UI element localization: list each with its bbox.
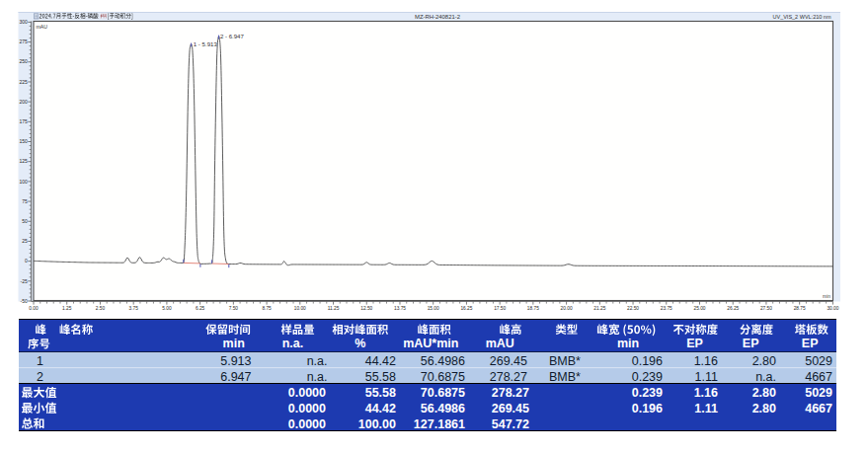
svg-text:6.25: 6.25 [196,306,205,311]
svg-text:125: 125 [19,158,28,164]
svg-text:1.11: 1.11 [694,402,718,415]
svg-text:269.45: 269.45 [490,354,527,368]
svg-text:0.0000: 0.0000 [288,402,326,415]
svg-text:%: % [355,337,365,350]
svg-text:UV_VIS_2 WVL:210 nm: UV_VIS_2 WVL:210 nm [773,14,831,20]
svg-text:21.25: 21.25 [593,306,605,311]
svg-text:547.72: 547.72 [492,417,529,431]
svg-text:8.75: 8.75 [262,306,272,311]
svg-text:2.80: 2.80 [752,402,776,415]
svg-text:n.a.: n.a. [755,370,776,384]
svg-text:0.239: 0.239 [632,386,663,400]
svg-text:min: min [823,294,830,299]
svg-text:n.a.: n.a. [307,370,328,384]
svg-text:269.45: 269.45 [492,402,529,415]
svg-text:0.0000: 0.0000 [288,417,326,431]
svg-text:5.00: 5.00 [162,306,172,311]
svg-text:2.80: 2.80 [752,354,776,368]
svg-text:55.58: 55.58 [365,370,396,384]
svg-text:70.6875: 70.6875 [421,370,465,384]
svg-text:6.947: 6.947 [220,370,251,384]
svg-text:56.4986: 56.4986 [421,354,465,368]
svg-text:5029: 5029 [805,386,832,400]
svg-text:75: 75 [22,198,28,204]
svg-text:278.27: 278.27 [490,370,527,384]
svg-text:11.25: 11.25 [328,306,340,311]
svg-text:5029: 5029 [805,354,832,368]
svg-text:200: 200 [19,99,28,105]
svg-text:150: 150 [19,138,28,144]
svg-text:5.913: 5.913 [220,354,251,368]
svg-text:17.50: 17.50 [494,306,506,311]
svg-text:min: min [617,337,639,350]
svg-text:250: 250 [19,58,28,64]
svg-text:27.50: 27.50 [760,306,772,311]
svg-text:EP: EP [802,337,819,350]
svg-text:55.58: 55.58 [365,386,396,400]
svg-text:26.25: 26.25 [727,306,739,311]
svg-text:28.75: 28.75 [794,306,806,311]
svg-text:225: 225 [19,79,28,85]
svg-text:56.4986: 56.4986 [421,402,465,415]
svg-text:10.00: 10.00 [294,306,306,311]
svg-text:1.16: 1.16 [694,354,718,368]
svg-text:70.6875: 70.6875 [421,386,465,400]
svg-text:n.a.: n.a. [282,337,304,350]
svg-text:2.50: 2.50 [96,306,106,311]
svg-text:0.0000: 0.0000 [288,386,326,400]
svg-text:20.00: 20.00 [561,306,573,311]
svg-text:18.75: 18.75 [527,306,539,311]
svg-text:100.00: 100.00 [358,417,396,431]
svg-text:-50: -50 [21,298,28,304]
svg-text:15.00: 15.00 [428,306,439,311]
svg-text:BMB*: BMB* [549,370,581,384]
svg-text:mAU*min: mAU*min [403,337,458,350]
svg-text:7.50: 7.50 [229,306,239,311]
svg-text:175: 175 [19,118,28,124]
svg-text:1: 1 [37,354,43,368]
svg-text:4667: 4667 [805,370,832,384]
svg-text:44.42: 44.42 [365,354,396,368]
svg-text:mAU: mAU [36,24,47,30]
svg-text:44.42: 44.42 [365,402,396,415]
svg-text:0.00: 0.00 [29,306,39,311]
svg-text:1.11: 1.11 [695,370,718,384]
svg-text:2.80: 2.80 [752,386,776,400]
svg-text:23.75: 23.75 [661,306,672,311]
svg-text:0: 0 [25,258,28,264]
svg-text:127.1861: 127.1861 [414,417,465,431]
svg-text:25: 25 [22,238,28,244]
svg-text:3.75: 3.75 [129,306,139,311]
svg-text:1.25: 1.25 [62,306,72,311]
svg-text:EP: EP [686,337,703,350]
svg-text:275: 275 [19,38,28,44]
svg-text:25.00: 25.00 [693,306,705,311]
svg-text:2 - 6.947: 2 - 6.947 [220,34,244,39]
svg-text:MZ-RH-240821-2: MZ-RH-240821-2 [415,14,461,20]
svg-text:0.196: 0.196 [632,402,663,415]
svg-text:-25: -25 [21,278,28,284]
svg-text:16.25: 16.25 [460,306,472,311]
svg-text:278.27: 278.27 [492,386,529,400]
svg-text:22.50: 22.50 [627,306,639,311]
svg-text:n.a.: n.a. [307,354,328,368]
svg-text:BMB*: BMB* [549,354,581,368]
svg-text:2: 2 [37,370,43,384]
svg-text:4667: 4667 [805,402,832,415]
svg-text:0.196: 0.196 [632,354,663,368]
svg-text:min: min [223,337,245,350]
svg-text:1.16: 1.16 [694,386,718,400]
svg-text:30.00: 30.00 [827,306,838,311]
svg-text:100: 100 [19,179,28,185]
svg-text:50: 50 [22,218,28,224]
svg-text:13.75: 13.75 [394,306,406,311]
svg-text:0.239: 0.239 [632,370,663,384]
svg-text:mAU: mAU [486,337,514,350]
svg-text:300: 300 [19,19,28,25]
svg-text:12.50: 12.50 [360,306,372,311]
svg-text:EP: EP [743,337,759,350]
svg-text:1 - 5.913: 1 - 5.913 [194,41,217,47]
